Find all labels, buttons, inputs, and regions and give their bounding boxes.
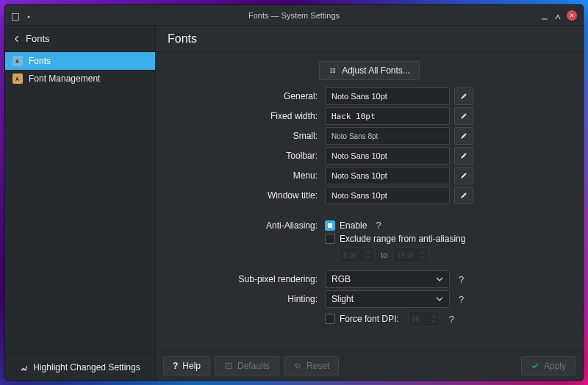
fixed-width-edit-button[interactable] (454, 107, 473, 125)
window-title: Fonts — System Settings (248, 11, 340, 20)
hinting-label: Hinting: (173, 294, 320, 304)
apply-button[interactable]: Apply (521, 356, 576, 375)
small-edit-button[interactable] (454, 127, 473, 145)
help-button[interactable]: ? Help (163, 356, 210, 375)
anti-aliasing-enable-checkbox[interactable] (325, 220, 335, 231)
close-button[interactable] (567, 10, 577, 21)
small-field[interactable]: Noto Sans 8pt (325, 127, 450, 145)
app-icon (11, 11, 20, 20)
settings-window: Fonts — System Settings Fonts A (4, 4, 584, 381)
chevron-down-icon (436, 276, 443, 283)
sidebar-item-label: Fonts (29, 56, 51, 66)
general-field[interactable]: Noto Sans 10pt (325, 87, 450, 105)
sidebar-item-font-management[interactable]: A Font Management (5, 70, 155, 87)
exclude-range-checkbox[interactable] (325, 234, 335, 244)
force-dpi-spinbox: 96 (408, 311, 440, 327)
sidebar-item-fonts[interactable]: A Fonts (5, 52, 155, 70)
footer: ? Help Defaults Reset Apply (156, 350, 583, 380)
toolbar-field[interactable]: Noto Sans 10pt (325, 147, 450, 165)
reset-button[interactable]: Reset (284, 356, 339, 375)
fonts-icon: A (12, 56, 23, 66)
toolbar-label: Toolbar: (173, 151, 320, 161)
range-from-spinbox: 8 pt (340, 247, 375, 263)
sidebar-item-label: Font Management (29, 73, 100, 84)
range-to-label: to (381, 251, 387, 259)
content: Fonts Adjust All Fonts... General: Noto … (156, 26, 583, 380)
menu-field[interactable]: Noto Sans 10pt (325, 167, 450, 184)
highlight-changed-label: Highlight Changed Settings (33, 362, 140, 373)
spin-arrows-icon (431, 314, 437, 323)
adjust-all-fonts-button[interactable]: Adjust All Fonts... (319, 61, 420, 80)
pin-icon[interactable] (24, 11, 33, 20)
general-edit-button[interactable] (454, 87, 473, 105)
maximize-button[interactable] (553, 11, 562, 20)
svg-text:A: A (15, 59, 19, 64)
highlight-changed-button[interactable]: Highlight Changed Settings (5, 353, 155, 380)
svg-text:A: A (15, 76, 19, 82)
page-title: Fonts (156, 26, 583, 52)
svg-rect-0 (12, 13, 19, 20)
defaults-button[interactable]: Defaults (215, 356, 279, 375)
anti-aliasing-label: Anti-Aliasing: (173, 220, 320, 231)
menu-edit-button[interactable] (454, 167, 473, 184)
menu-label: Menu: (173, 170, 320, 181)
window-title-edit-button[interactable] (454, 187, 473, 204)
window-title-label: Window title: (173, 190, 320, 201)
svg-point-1 (28, 15, 30, 18)
hinting-select[interactable]: Slight (325, 290, 450, 308)
anti-aliasing-help-icon[interactable]: ? (376, 220, 381, 231)
small-label: Small: (173, 131, 320, 141)
anti-aliasing-enable-label: Enable (340, 220, 367, 231)
subpixel-label: Sub-pixel rendering: (173, 274, 320, 284)
sidebar-back-label: Fonts (26, 33, 50, 44)
window-title-field[interactable]: Noto Sans 10pt (325, 187, 450, 204)
titlebar: Fonts — System Settings (5, 5, 583, 26)
spin-arrows-icon (419, 251, 425, 259)
font-management-icon: A (12, 73, 23, 84)
chevron-down-icon (436, 295, 443, 303)
sidebar: Fonts A Fonts A Font Management (5, 26, 156, 380)
force-dpi-label: Force font DPI: (340, 314, 399, 324)
sidebar-back[interactable]: Fonts (5, 26, 155, 52)
exclude-range-label: Exclude range from anti-aliasing (340, 234, 465, 244)
minimize-button[interactable] (540, 11, 549, 20)
fixed-width-label: Fixed width: (173, 111, 320, 121)
force-dpi-checkbox[interactable] (325, 314, 335, 324)
spin-arrows-icon (365, 251, 371, 259)
general-label: General: (173, 91, 320, 101)
hinting-help-icon[interactable]: ? (459, 294, 464, 305)
subpixel-help-icon[interactable]: ? (459, 274, 464, 285)
force-dpi-help-icon[interactable]: ? (449, 314, 454, 325)
toolbar-edit-button[interactable] (454, 147, 473, 165)
subpixel-select[interactable]: RGB (325, 270, 450, 288)
fixed-width-field[interactable]: Hack 10pt (325, 107, 450, 125)
range-to-spinbox: 15 pt (393, 247, 429, 263)
